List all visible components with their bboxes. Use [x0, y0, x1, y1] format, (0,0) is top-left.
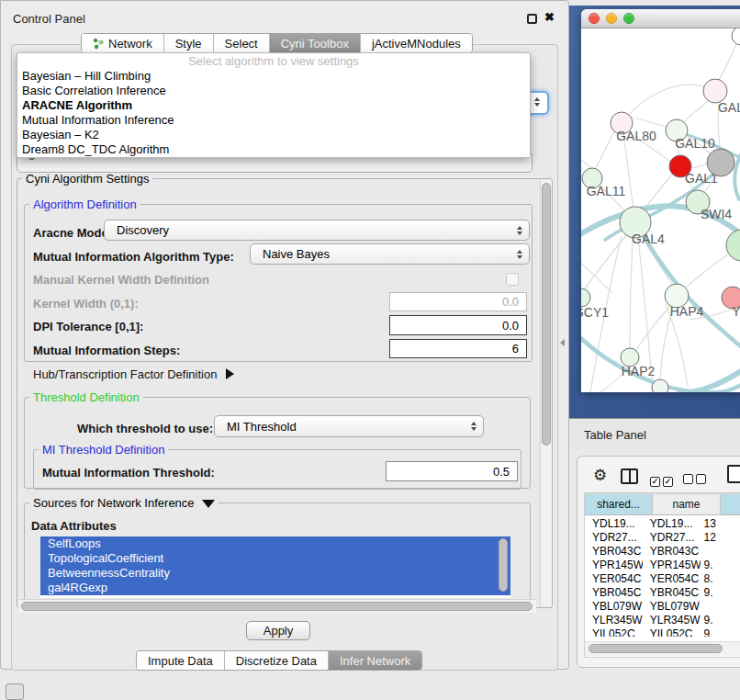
- algorithm-option[interactable]: Mutual Information Inference: [17, 113, 530, 128]
- sources-legend[interactable]: Sources for Network Inference: [29, 496, 219, 510]
- mi-threshold-legend: MI Threshold Definition: [39, 443, 168, 457]
- network-icon: [93, 38, 105, 50]
- table-cell: 9.: [701, 627, 740, 637]
- tab-label: Infer Network: [340, 654, 410, 668]
- tab-discretize-data[interactable]: Discretize Data: [225, 651, 329, 670]
- kernel-width-field[interactable]: 0.0: [389, 292, 527, 311]
- network-window-titlebar[interactable]: [581, 9, 740, 28]
- tab-label: Select: [225, 37, 258, 51]
- algorithm-option[interactable]: Basic Correlation Inference: [17, 84, 530, 98]
- column-header[interactable]: name: [653, 493, 721, 515]
- table-body: YDL19...YDL19...13YDR27...YDR27...12YBR0…: [585, 517, 740, 637]
- node-label-salmon: Y: [732, 304, 740, 319]
- table-cell: YDR27...: [643, 531, 701, 545]
- hub-definition-toggle[interactable]: Hub/Transcription Factor Definition: [33, 367, 234, 381]
- table-cell: 12: [701, 531, 740, 545]
- table-row[interactable]: YBR045CYBR045C9.: [585, 586, 740, 600]
- table-row[interactable]: YER054CYER054C8.: [585, 572, 740, 586]
- table-row[interactable]: YBL079WYBL079W: [585, 600, 740, 614]
- gear-icon[interactable]: ⚙: [593, 466, 607, 485]
- column-header[interactable]: A: [721, 493, 740, 515]
- tab-label: Style: [175, 37, 202, 51]
- algorithm-option[interactable]: ARACNE Algorithm: [17, 98, 530, 113]
- node-label-hap4: HAP4: [670, 304, 704, 319]
- mi-threshold-label: Mutual Information Threshold:: [42, 466, 215, 480]
- mi-threshold-field[interactable]: 0.5: [386, 461, 518, 481]
- zoom-traffic-icon[interactable]: [623, 13, 634, 24]
- control-panel-title: Control Panel: [13, 12, 85, 26]
- settings-vscroll-thumb[interactable]: [542, 183, 551, 446]
- close-traffic-icon[interactable]: [589, 13, 600, 24]
- table-cell: YIL052C: [585, 627, 643, 637]
- data-attribute-item[interactable]: gal4RGexp: [40, 581, 510, 595]
- algorithm-option[interactable]: Bayesian – Hill Climbing: [17, 69, 530, 84]
- dpi-tolerance-field[interactable]: 0.0: [389, 315, 527, 335]
- tab-cyni-toolbox[interactable]: Cyni Toolbox: [270, 34, 361, 52]
- table-row[interactable]: YDR27...YDR27...12: [585, 531, 740, 545]
- table-row[interactable]: YIL052CYIL052C9.: [585, 627, 740, 637]
- kernel-width-label: Kernel Width (0,1):: [33, 297, 139, 310]
- table-panel-title: Table Panel: [584, 428, 646, 442]
- settings-hscroll-thumb[interactable]: [21, 602, 533, 611]
- tab-impute-data[interactable]: Impute Data: [137, 651, 225, 670]
- table-hscroll-thumb[interactable]: [589, 644, 723, 653]
- deselect-all-icon[interactable]: [683, 471, 709, 488]
- tab-jactivemnodules[interactable]: jActiveMNodules: [361, 34, 472, 52]
- node-gray-node[interactable]: [707, 149, 734, 176]
- aracne-mode-value: Discovery: [105, 223, 510, 237]
- data-attributes-list[interactable]: SelfLoopsTopologicalCoefficientBetweenne…: [40, 536, 510, 598]
- control-panel-tabbar: NetworkStyleSelectCyni ToolboxjActiveMNo…: [81, 33, 473, 53]
- table-cell: 9.: [701, 559, 740, 572]
- algorithm-option[interactable]: Bayesian – K2: [17, 128, 530, 142]
- columns-icon[interactable]: [621, 469, 638, 484]
- table-row[interactable]: YLR345WYLR345W9.: [585, 614, 740, 627]
- data-attribute-item[interactable]: BetweennessCentrality: [40, 566, 510, 581]
- tab-style[interactable]: Style: [164, 34, 214, 52]
- table-cell: YPR145W: [585, 559, 643, 572]
- table-cell: YLR345W: [643, 614, 701, 627]
- minimized-panel-icon[interactable]: [6, 683, 24, 700]
- tab-label: Cyni Toolbox: [281, 37, 349, 51]
- cyni-settings-legend: Cyni Algorithm Settings: [22, 172, 152, 186]
- combo-arrows-icon: [465, 422, 483, 431]
- document-icon[interactable]: [727, 465, 740, 483]
- mi-steps-field[interactable]: 6: [389, 339, 527, 358]
- node-partial-top[interactable]: [732, 28, 740, 45]
- table-cell: 13: [701, 517, 740, 531]
- manual-kernel-checkbox[interactable]: [506, 273, 519, 286]
- close-icon[interactable]: ✖: [544, 10, 555, 24]
- table-cell: YBL079W: [643, 600, 701, 614]
- minimize-traffic-icon[interactable]: [606, 13, 617, 24]
- mi-algorithm-type-value: Naive Bayes: [251, 247, 510, 261]
- split-pane-grip[interactable]: [560, 339, 565, 346]
- mi-algorithm-type-select[interactable]: Naive Bayes: [250, 243, 530, 265]
- column-header[interactable]: shared...: [585, 493, 653, 515]
- table-cell: YBR043C: [585, 545, 643, 559]
- apply-button[interactable]: Apply: [246, 621, 310, 640]
- table-row[interactable]: YBR043CYBR043C: [585, 545, 740, 559]
- which-threshold-select[interactable]: MI Threshold: [214, 415, 484, 437]
- aracne-mode-select[interactable]: Discovery: [104, 220, 530, 241]
- tab-infer-network[interactable]: Infer Network: [329, 651, 421, 670]
- tab-label: Discretize Data: [236, 654, 317, 668]
- tab-label: Impute Data: [148, 654, 213, 668]
- bottom-tabbar: Impute DataDiscretize DataInfer Network: [136, 650, 422, 671]
- tab-select[interactable]: Select: [214, 34, 270, 52]
- manual-kernel-label: Manual Kernel Width Definition: [33, 273, 209, 287]
- data-attribute-item[interactable]: TopologicalCoefficient: [40, 551, 510, 566]
- tab-network[interactable]: Network: [82, 34, 164, 52]
- attributes-vscroll-thumb[interactable]: [499, 538, 508, 592]
- algorithm-option[interactable]: Dream8 DC_TDC Algorithm: [17, 142, 530, 157]
- table-row[interactable]: YPR145WYPR145W9.: [585, 559, 740, 572]
- node-big-green[interactable]: [726, 230, 740, 261]
- table-row[interactable]: YDL19...YDL19...13: [585, 517, 740, 531]
- algorithm-dropdown-popup: Select algorithm to view settingsBayesia…: [17, 52, 531, 158]
- node-bottom-node[interactable]: [652, 379, 668, 392]
- network-view-window: GALGAL80GAL10GAL1GAL11SWI4GAL4GCY1HAP4YH…: [581, 9, 740, 392]
- node-gcy1[interactable]: [581, 288, 590, 307]
- select-all-icon[interactable]: ✓✓: [650, 471, 676, 488]
- network-canvas[interactable]: GALGAL80GAL10GAL1GAL11SWI4GAL4GCY1HAP4YH…: [581, 28, 740, 392]
- table-cell: [701, 545, 740, 559]
- float-window-icon[interactable]: [527, 14, 537, 24]
- data-attribute-item[interactable]: SelfLoops: [40, 536, 510, 551]
